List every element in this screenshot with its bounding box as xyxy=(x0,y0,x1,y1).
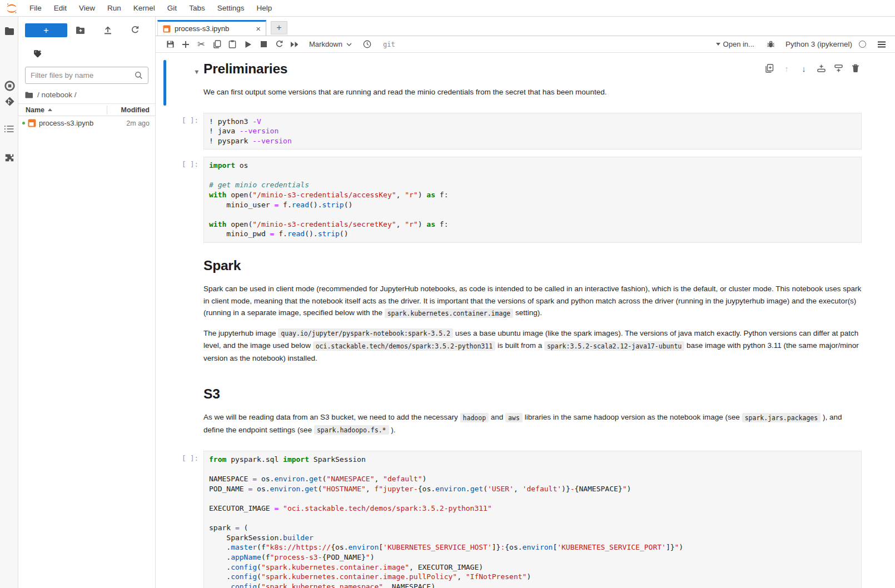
notebook-file-icon xyxy=(28,119,36,127)
git-clone-icon[interactable] xyxy=(33,49,42,58)
menu-view[interactable]: View xyxy=(73,4,101,12)
cell-type-dropdown[interactable]: Markdown xyxy=(309,40,352,48)
home-folder-icon xyxy=(25,92,33,98)
menu-file[interactable]: File xyxy=(23,4,48,12)
markdown-paragraph: The jupyterhub image quay.io/jupyter/pys… xyxy=(203,327,862,365)
toolbar-overflow-menu-icon[interactable] xyxy=(874,38,889,51)
insert-cell-below-icon[interactable] xyxy=(833,63,843,73)
filter-box xyxy=(25,67,148,84)
kernel-running-dot xyxy=(22,122,25,124)
menu-edit[interactable]: Edit xyxy=(48,4,73,12)
delete-cell-icon[interactable] xyxy=(851,63,861,73)
save-button[interactable] xyxy=(162,38,178,51)
copy-cells-button[interactable] xyxy=(209,38,225,51)
column-header-name[interactable]: Name xyxy=(18,106,107,114)
filter-files-input[interactable] xyxy=(31,71,135,79)
insert-cell-button[interactable] xyxy=(178,38,193,51)
history-clock-icon[interactable] xyxy=(360,38,375,51)
dropdown-caret-icon xyxy=(716,43,720,46)
section-heading-s3: S3 xyxy=(203,386,862,402)
duplicate-cell-icon[interactable] xyxy=(764,63,774,73)
file-modified: 2m ago xyxy=(107,119,155,127)
new-tab-button[interactable]: + xyxy=(271,21,287,34)
activity-bar xyxy=(0,17,18,588)
menu-run[interactable]: Run xyxy=(101,4,127,12)
git-icon[interactable] xyxy=(4,96,15,107)
menu-tabs[interactable]: Tabs xyxy=(183,4,211,12)
markdown-cell-spark[interactable]: Spark Spark can be used in client mode (… xyxy=(156,250,895,371)
code-cell-minio-credentials[interactable]: [ ]: import os # get minio credentialswi… xyxy=(156,157,895,243)
menu-kernel[interactable]: Kernel xyxy=(127,4,161,12)
file-row[interactable]: process-s3.ipynb 2m ago xyxy=(18,116,155,130)
input-prompt: [ ]: xyxy=(166,157,203,243)
markdown-cell-s3[interactable]: S3 As we will be reading data from an S3… xyxy=(156,378,895,444)
file-list-header: Name Modified xyxy=(18,103,155,116)
cut-cells-button[interactable]: ✂ xyxy=(193,38,209,51)
input-prompt: [ ]: xyxy=(166,113,203,150)
interrupt-kernel-button[interactable] xyxy=(256,38,271,51)
menu-git[interactable]: Git xyxy=(161,4,183,12)
menu-settings[interactable]: Settings xyxy=(211,4,251,12)
running-sessions-icon[interactable] xyxy=(4,80,15,91)
run-cell-button[interactable] xyxy=(240,38,256,51)
sort-ascending-icon xyxy=(48,108,52,111)
heading-collapser-icon[interactable]: ▼ xyxy=(166,63,198,76)
section-heading-spark: Spark xyxy=(203,258,862,273)
menu-help[interactable]: Help xyxy=(250,4,278,12)
git-toolbar-label: git xyxy=(383,41,395,48)
markdown-paragraph: We can first output some versions that a… xyxy=(203,86,862,98)
tab-label: process-s3.ipynb xyxy=(175,24,229,33)
code-editor[interactable]: import os # get minio credentialswith op… xyxy=(203,157,862,243)
debugger-bug-icon[interactable] xyxy=(763,38,779,51)
file-name: process-s3.ipynb xyxy=(36,119,107,127)
breadcrumb[interactable]: / notebook / xyxy=(18,84,155,103)
file-browser-icon[interactable] xyxy=(4,26,15,37)
markdown-paragraph: As we will be reading data from an S3 bu… xyxy=(203,411,862,436)
file-browser-panel: + / notebook / xyxy=(18,17,156,588)
tab-close-icon[interactable]: × xyxy=(256,24,261,33)
table-of-contents-icon[interactable] xyxy=(4,123,15,134)
code-editor[interactable]: ! python3 -V! java --version! pyspark --… xyxy=(203,113,862,150)
code-cell-versions[interactable]: [ ]: ! python3 -V! java --version! pyspa… xyxy=(156,113,895,150)
git-actions-row xyxy=(18,47,155,60)
cell-type-value: Markdown xyxy=(309,40,342,48)
jupyter-logo-icon xyxy=(4,2,19,14)
menu-bar: File Edit View Run Kernel Git Tabs Setti… xyxy=(0,0,895,17)
file-browser-toolbar: + xyxy=(18,22,155,38)
extension-manager-icon[interactable] xyxy=(4,152,15,163)
dock-tab-bar: process-s3.ipynb × + xyxy=(156,18,895,36)
notebook-toolbar: ✂ Markdown xyxy=(156,36,895,53)
notebook-tab-icon xyxy=(163,25,171,33)
move-cell-down-icon[interactable]: ↓ xyxy=(799,63,809,73)
paste-cells-button[interactable] xyxy=(225,38,240,51)
column-header-modified[interactable]: Modified xyxy=(107,106,155,114)
insert-cell-above-icon[interactable] xyxy=(816,63,826,73)
input-prompt: [ ]: xyxy=(166,451,203,588)
cell-toolbar: ↑ ↓ xyxy=(764,63,861,73)
restart-kernel-button[interactable] xyxy=(271,38,287,51)
upload-button[interactable] xyxy=(95,26,122,34)
notebook-panel: ↑ ↓ ▼ Preliminaries xyxy=(156,53,895,588)
markdown-paragraph: Spark can be used in client mode (recomm… xyxy=(203,283,862,320)
new-launcher-button[interactable]: + xyxy=(25,23,67,37)
section-heading-preliminaries: Preliminaries xyxy=(203,61,862,77)
code-editor[interactable]: from pyspark.sql import SparkSession NAM… xyxy=(203,451,862,588)
code-cell-spark-session[interactable]: [ ]: from pyspark.sql import SparkSessio… xyxy=(156,451,895,588)
new-folder-button[interactable] xyxy=(67,26,95,34)
refresh-button[interactable] xyxy=(121,26,148,34)
tab-process-s3[interactable]: process-s3.ipynb × xyxy=(157,20,266,36)
open-in-dropdown[interactable]: Open in... xyxy=(716,40,754,48)
kernel-status-icon[interactable] xyxy=(859,41,866,48)
move-cell-up-icon[interactable]: ↑ xyxy=(782,63,792,73)
search-icon xyxy=(135,71,143,79)
restart-run-all-button[interactable] xyxy=(287,38,302,51)
breadcrumb-path: / notebook / xyxy=(37,91,77,99)
kernel-name[interactable]: Python 3 (ipykernel) xyxy=(785,40,852,48)
